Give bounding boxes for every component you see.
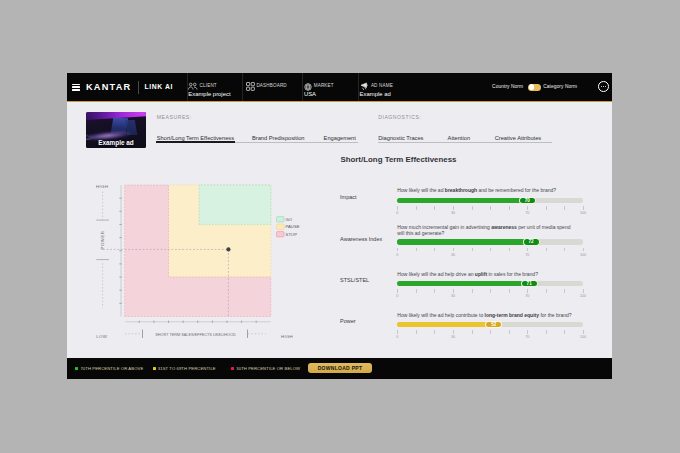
metric-question: How likely will the ad help drive an upl… <box>397 272 574 278</box>
product-name: LINK AI <box>145 84 174 91</box>
gauge-tick-label: 30 <box>446 335 460 339</box>
gauge-tick-label: 30 <box>446 211 460 215</box>
page-title: Short/Long Term Effectiveness <box>340 155 456 164</box>
gauge-tick <box>416 206 417 210</box>
nav-item-label: DASHBOARD <box>256 83 286 88</box>
legend-swatch-go <box>277 217 285 222</box>
legend-swatch-pause <box>277 224 285 229</box>
gauge-tick <box>472 289 473 293</box>
gauge-tick-label: 70 <box>520 253 534 257</box>
ad-thumbnail-caption: Example ad <box>86 139 146 146</box>
measures-tab-engagement[interactable]: Engagement <box>324 135 356 141</box>
diagnostics-tab-creative-attributes[interactable]: Creative Attributes <box>495 135 541 141</box>
gauge-tick <box>472 206 473 210</box>
footer-legend-item: 70TH PERCENTILE OR ABOVE <box>75 358 143 379</box>
active-tab-underline <box>156 141 235 143</box>
measures-tab-brand-predisposition[interactable]: Brand Predisposition <box>252 135 304 141</box>
gauge-tick <box>453 248 454 252</box>
gauge-tick-label: 100 <box>576 211 590 215</box>
gauge-track <box>397 281 583 287</box>
nav-separator <box>358 73 359 101</box>
gauge-tick <box>583 289 584 293</box>
country-norm-label[interactable]: Country Norm <box>492 84 523 89</box>
gauge-tick-label: 100 <box>576 335 590 339</box>
y-axis-high-label: HIGH <box>96 184 108 189</box>
legend-text: 31ST TO 69TH PERCENTILE <box>158 366 216 371</box>
app-window: KANTAR LINK AI CLIENTExample projectDASH… <box>67 73 612 379</box>
gauge-tick <box>509 330 510 334</box>
gauge-track <box>397 239 583 245</box>
gauge-tick <box>397 289 398 293</box>
gauge-tick-label: 0 <box>390 211 404 215</box>
diagnostics-tab-diagnostic-traces[interactable]: Diagnostic Traces <box>378 135 423 141</box>
legend-text: 70TH PERCENTILE OR ABOVE <box>80 366 143 371</box>
gauge-tick-label: 30 <box>446 294 460 298</box>
more-options-icon[interactable] <box>598 81 609 92</box>
nav-item-value: Example ad <box>360 91 391 97</box>
gauge-tick <box>490 330 491 334</box>
gauge-tick <box>434 289 435 293</box>
topbar-divider <box>138 81 139 94</box>
score-badge: 52 <box>485 321 502 329</box>
gauge-tick <box>509 289 510 293</box>
metric-label: Power <box>340 318 356 324</box>
nav-separator <box>242 73 243 101</box>
gauge-tick-label: 70 <box>520 211 534 215</box>
score-badge: 72 <box>523 238 540 246</box>
metric-question: How likely will the ad help contribute t… <box>397 313 574 319</box>
gauge-tick <box>564 289 565 293</box>
gauge-tick-label: 0 <box>390 294 404 298</box>
gauge-tick <box>453 289 454 293</box>
legend-label-go: GO <box>286 217 293 222</box>
gauge-tick <box>564 248 565 252</box>
gauge-tick <box>546 289 547 293</box>
x-axis-title: SHORT TERM SALES/EFFECTS LIKELIHOOD <box>155 333 236 337</box>
quadrant-chart: HIGHPOWERLOWSHORT TERM SALES/EFFECTS LIK… <box>90 178 310 340</box>
download-ppt-button[interactable]: DOWNLOAD PPT <box>308 363 372 374</box>
measures-tab-short-long-term-effectiveness[interactable]: Short/Long Term Effectiveness <box>157 135 234 141</box>
legend-label-stop: STOP <box>286 232 298 237</box>
nav-item-label: AD NAME <box>371 83 393 88</box>
gauge-tick <box>397 330 398 334</box>
ad-thumbnail[interactable]: Example ad <box>86 112 146 149</box>
gauge-tick <box>546 330 547 334</box>
brand-logo: KANTAR <box>86 83 131 92</box>
gauge-tick <box>509 248 510 252</box>
measures-group-label: MEASURES: <box>157 114 192 120</box>
gauge-tick <box>546 248 547 252</box>
diagnostics-tab-attention[interactable]: Attention <box>448 135 470 141</box>
legend-swatch-stop <box>277 232 285 237</box>
gauge-tick-label: 30 <box>446 253 460 257</box>
gauge-tick-label: 70 <box>520 335 534 339</box>
data-point[interactable] <box>226 247 230 251</box>
menu-icon[interactable] <box>72 84 81 93</box>
gauge-tick <box>472 248 473 252</box>
score-badge: 71 <box>521 280 538 288</box>
gauge-tick <box>397 248 398 252</box>
legend-dot <box>153 367 156 370</box>
diagnostics-group-label: DIAGNOSTICS: <box>378 114 421 120</box>
top-bar: KANTAR LINK AI CLIENTExample projectDASH… <box>67 73 612 102</box>
x-axis-high-label: HIGH <box>281 334 293 339</box>
region-go <box>199 185 271 224</box>
axis-low-label: LOW <box>96 334 107 339</box>
score-badge: 70 <box>519 197 536 205</box>
gauge-tick <box>564 206 565 210</box>
metric-label: Impact <box>340 194 357 200</box>
gauge-tick-label: 100 <box>576 294 590 298</box>
nav-item-value: USA <box>304 91 316 97</box>
legend-dot <box>231 367 234 370</box>
gauge-tick <box>490 248 491 252</box>
footer-bar: 70TH PERCENTILE OR ABOVE31ST TO 69TH PER… <box>67 358 612 379</box>
gauge-tick-label: 0 <box>390 253 404 257</box>
category-norm-label[interactable]: Category Norm <box>543 84 577 89</box>
footer-legend-item: 31ST TO 69TH PERCENTILE <box>153 358 216 379</box>
norm-toggle[interactable] <box>528 84 541 91</box>
gauge-tick <box>527 289 528 293</box>
gauge-tick <box>564 330 565 334</box>
gauge-tick-label: 100 <box>576 253 590 257</box>
gauge-tick <box>434 330 435 334</box>
nav-item-label: MARKET <box>314 83 334 88</box>
metric-question: How likely will the ad breakthrough and … <box>397 188 574 194</box>
legend-label-pause: PAUSE <box>286 224 300 229</box>
